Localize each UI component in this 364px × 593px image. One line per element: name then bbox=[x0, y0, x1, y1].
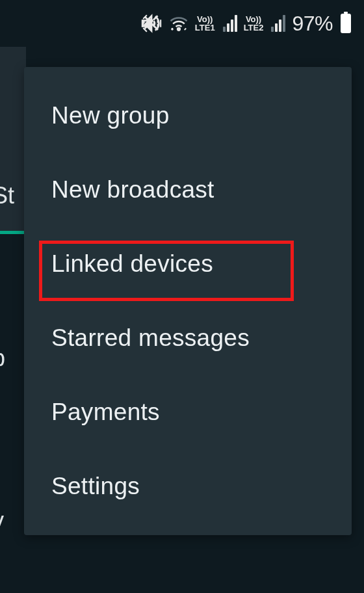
wifi-icon bbox=[169, 15, 188, 32]
battery-icon bbox=[341, 14, 351, 33]
menu-item-starred-messages[interactable]: Starred messages bbox=[24, 301, 352, 375]
menu-item-new-broadcast[interactable]: New broadcast bbox=[24, 153, 352, 227]
background-text-fragment: y bbox=[0, 507, 4, 534]
background-text-fragment: St bbox=[0, 182, 14, 209]
menu-item-linked-devices[interactable]: Linked devices bbox=[24, 227, 352, 301]
signal-bars-sim2-icon bbox=[271, 15, 285, 32]
menu-item-new-group[interactable]: New group bbox=[24, 79, 352, 153]
tab-indicator-fragment bbox=[0, 231, 26, 234]
sim2-indicator: Vo)) LTE2 bbox=[244, 15, 264, 32]
overflow-menu: New group New broadcast Linked devices S… bbox=[24, 67, 352, 535]
signal-bars-sim1-icon bbox=[223, 15, 237, 32]
menu-item-payments[interactable]: Payments bbox=[24, 375, 352, 449]
sim1-indicator: Vo)) LTE1 bbox=[195, 15, 215, 32]
status-bar: Vo)) LTE1 Vo)) LTE2 97% bbox=[0, 0, 364, 47]
svg-point-0 bbox=[177, 28, 180, 31]
vibrate-mute-icon bbox=[140, 12, 162, 34]
background-text-fragment: b bbox=[0, 345, 5, 372]
menu-item-settings[interactable]: Settings bbox=[24, 449, 352, 523]
battery-percentage: 97% bbox=[292, 12, 333, 36]
